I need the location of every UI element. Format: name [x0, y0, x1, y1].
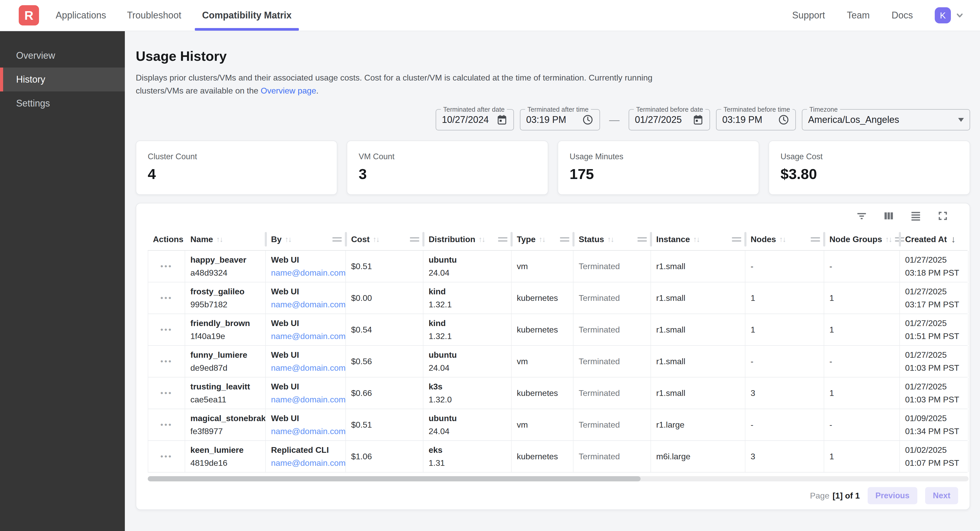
stat-value: 4	[148, 165, 325, 182]
created-by-email-link[interactable]: name@domain.com	[271, 268, 345, 278]
column-header-node-groups[interactable]: Node Groups↑↓	[824, 228, 900, 250]
sort-icon: ↑↓	[285, 235, 291, 244]
created-by-email-link[interactable]: name@domain.com	[271, 458, 345, 468]
avatar[interactable]: K	[935, 7, 951, 24]
row-actions-button[interactable]: •••	[161, 357, 173, 366]
sidebar-item-overview[interactable]: Overview	[0, 44, 125, 68]
created-by-source: Web UI	[271, 350, 345, 360]
by-cell: Web UIname@domain.com	[266, 251, 346, 282]
tab-compatibility-matrix[interactable]: Compatibility Matrix	[195, 0, 299, 31]
node-groups-cell: 1	[824, 314, 900, 345]
table-header-row: ActionsName↑↓By↑↓Cost↑↓Distribution↑↓Typ…	[148, 228, 967, 251]
calendar-icon[interactable]	[692, 114, 704, 125]
distribution-version: 1.32.0	[429, 395, 511, 404]
previous-page-button[interactable]: Previous	[868, 487, 917, 504]
tab-troubleshoot[interactable]: Troubleshoot	[119, 0, 189, 31]
instance-cell: r1.small	[651, 377, 745, 409]
density-icon[interactable]	[910, 210, 922, 222]
column-header-name[interactable]: Name↑↓	[185, 228, 266, 250]
horizontal-scrollbar-thumb[interactable]	[148, 476, 641, 481]
terminated-after-date-value: 10/27/2024	[442, 114, 489, 125]
column-menu-icon[interactable]	[410, 237, 419, 242]
status-cell: Terminated	[573, 346, 651, 377]
terminated-before-time-label: Terminated before time	[721, 106, 792, 113]
sidebar-item-history[interactable]: History	[0, 68, 125, 92]
name-cell: frosty_galileo995b7182	[185, 282, 266, 314]
primary-tabs: Applications Troubleshoot Compatibility …	[45, 0, 302, 31]
column-menu-icon[interactable]	[811, 237, 820, 242]
column-header-distribution[interactable]: Distribution↑↓	[423, 228, 512, 250]
clock-icon[interactable]	[582, 114, 594, 126]
terminated-after-time-field[interactable]: Terminated after time 03:19 PM	[520, 109, 600, 130]
row-actions-button[interactable]: •••	[161, 262, 173, 271]
terminated-before-date-field[interactable]: Terminated before date 01/27/2025	[628, 109, 710, 130]
instance-cell: r1.small	[651, 346, 745, 377]
created-by-source: Web UI	[271, 287, 345, 296]
horizontal-scrollbar-track[interactable]	[148, 476, 969, 481]
calendar-icon[interactable]	[496, 114, 508, 125]
column-header-cost[interactable]: Cost↑↓	[346, 228, 423, 250]
name-cell: friendly_brown1f40a19e	[185, 314, 266, 345]
usage-minutes-card: Usage Minutes 175	[558, 141, 759, 195]
filter-bar: Terminated after date 10/27/2024 Termina…	[136, 109, 970, 130]
app-logo[interactable]: R	[19, 5, 39, 25]
tab-applications[interactable]: Applications	[48, 0, 113, 31]
actions-cell: •••	[148, 251, 185, 282]
columns-icon[interactable]	[883, 210, 895, 222]
column-menu-icon[interactable]	[638, 237, 647, 242]
column-header-nodes[interactable]: Nodes↑↓	[745, 228, 824, 250]
created-by-email-link[interactable]: name@domain.com	[271, 363, 345, 373]
type-cell: kubernetes	[512, 282, 573, 314]
page-description: Displays prior clusters/VMs and their as…	[136, 71, 970, 97]
nodes-cell: 3	[745, 377, 824, 409]
type-cell: vm	[512, 251, 573, 282]
terminated-before-date-value: 01/27/2025	[635, 114, 682, 125]
next-page-button[interactable]: Next	[925, 487, 958, 504]
column-header-created-at[interactable]: Created At↓	[900, 228, 969, 250]
row-actions-button[interactable]: •••	[161, 325, 173, 334]
column-menu-icon[interactable]	[560, 237, 570, 242]
actions-cell: •••	[148, 377, 185, 409]
terminated-before-time-value: 03:19 PM	[722, 114, 762, 125]
timezone-select[interactable]: Timezone America/Los_Angeles	[802, 109, 970, 130]
distribution-cell: ubuntu24.04	[423, 346, 512, 377]
created-by-email-link[interactable]: name@domain.com	[271, 395, 345, 404]
row-actions-button[interactable]: •••	[161, 388, 173, 398]
row-actions-button[interactable]: •••	[161, 420, 173, 429]
nav-link-support[interactable]: Support	[792, 10, 825, 21]
sort-icon: ↑↓	[607, 235, 614, 244]
account-menu[interactable]: K	[935, 7, 966, 24]
created-by-email-link[interactable]: name@domain.com	[271, 331, 345, 341]
row-actions-button[interactable]: •••	[161, 293, 173, 303]
overview-page-link[interactable]: Overview page	[261, 86, 316, 95]
distribution-version: 1.32.1	[429, 300, 511, 309]
column-header-instance[interactable]: Instance↑↓	[651, 228, 745, 250]
nav-link-docs[interactable]: Docs	[892, 10, 913, 21]
table-row: •••frosty_galileo995b7182Web UIname@doma…	[148, 282, 967, 314]
terminated-after-date-field[interactable]: Terminated after date 10/27/2024	[436, 109, 514, 130]
row-actions-button[interactable]: •••	[161, 452, 173, 461]
created-at-cell: 01/27/202503:18 PM PST	[900, 251, 969, 282]
stat-label: VM Count	[359, 152, 536, 161]
cluster-id: cae5ea11	[190, 395, 265, 404]
nav-link-team[interactable]: Team	[847, 10, 870, 21]
column-header-status[interactable]: Status↑↓	[573, 228, 651, 250]
nodes-cell: 1	[745, 282, 824, 314]
table-row: •••friendly_brown1f40a19eWeb UIname@doma…	[148, 314, 967, 346]
column-header-type[interactable]: Type↑↓	[512, 228, 573, 250]
column-menu-icon[interactable]	[498, 237, 508, 242]
terminated-before-time-field[interactable]: Terminated before time 03:19 PM	[716, 109, 796, 130]
created-by-email-link[interactable]: name@domain.com	[271, 300, 345, 309]
created-at-cell: 01/27/202501:03 PM PST	[900, 377, 969, 409]
filter-icon[interactable]	[856, 210, 868, 222]
clock-icon[interactable]	[778, 114, 790, 126]
fullscreen-icon[interactable]	[937, 210, 949, 222]
column-menu-icon[interactable]	[332, 237, 342, 242]
cluster-id: 4819de16	[190, 458, 265, 468]
created-time: 03:17 PM PST	[905, 300, 968, 309]
column-label: Nodes	[751, 235, 776, 244]
column-menu-icon[interactable]	[732, 237, 741, 242]
sidebar-item-settings[interactable]: Settings	[0, 92, 125, 115]
column-header-by[interactable]: By↑↓	[266, 228, 346, 250]
created-by-email-link[interactable]: name@domain.com	[271, 426, 345, 436]
